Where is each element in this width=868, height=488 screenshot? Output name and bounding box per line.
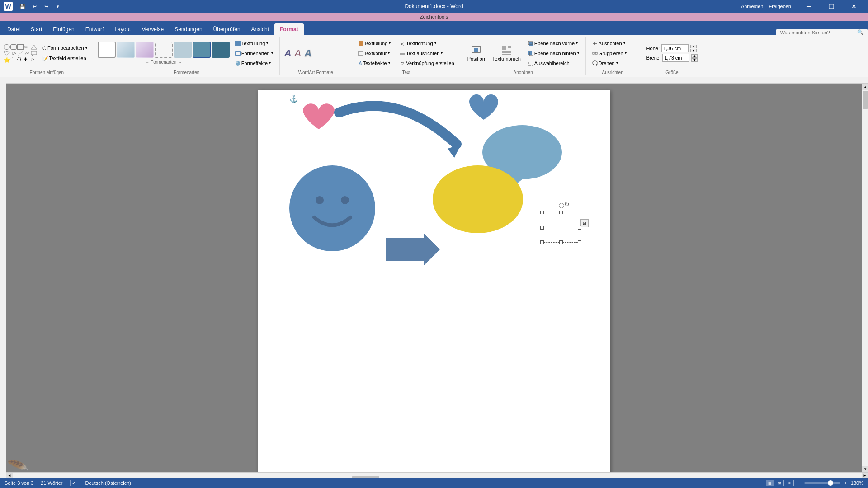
height-up[interactable]: ▲ [690,45,697,48]
wordart-a1[interactable]: A [283,47,292,59]
layout-hint-icon[interactable]: ⊡ [580,219,589,227]
ebene-vorne-btn[interactable]: Ebene nach vorne ▾ [525,39,582,48]
smiley-face[interactable] [287,163,377,255]
undo-quick-btn[interactable]: ↩ [29,1,40,12]
style-box-4[interactable] [155,42,173,58]
close-btn[interactable]: ✕ [844,0,864,13]
textrichtung-btn[interactable]: A Textrichtung ▾ [397,39,457,48]
style-box-5[interactable] [174,42,192,58]
tab-ueberpruefen[interactable]: Überprüfen [208,23,246,35]
form-bearbeiten-btn[interactable]: ⬡ Form bearbeiten ▾ [40,43,90,52]
tab-sendungen[interactable]: Sendungen [169,23,208,35]
zoom-thumb[interactable] [828,480,833,486]
height-down[interactable]: ▼ [690,49,697,52]
tool-star[interactable]: ⭐ [4,57,10,62]
tab-layout[interactable]: Layout [109,23,136,35]
blue-heart[interactable] [468,94,500,124]
textfeld-erstellen-btn[interactable]: 📝 Textfeld erstellen [40,54,90,63]
tool-oval[interactable] [4,44,10,50]
width-down[interactable]: ▼ [691,58,698,62]
scroll-down-btn[interactable]: ▼ [862,466,868,472]
text-ausrichten-btn[interactable]: Text ausrichten ▾ [397,49,457,58]
spellcheck-icon[interactable]: ✓ [70,480,78,486]
zoom-slider[interactable] [804,482,840,484]
tool-arrow[interactable] [10,51,17,56]
customize-quick-btn[interactable]: ▾ [52,1,63,12]
verknuepfung-btn[interactable]: Verknüpfung erstellen [397,59,457,68]
print-view-icon[interactable]: ▦ [766,480,774,486]
style-box-1[interactable] [98,42,116,58]
tab-format[interactable]: Format [274,23,304,35]
tool-square[interactable] [17,44,24,50]
handle-tr[interactable] [578,211,581,214]
sign-in-btn[interactable]: Anmelden [741,4,764,9]
handle-mr[interactable] [578,226,581,230]
style-box-3[interactable] [136,42,154,58]
textkontur-btn[interactable]: Textkontur ▾ [356,49,394,58]
scroll-thumb[interactable] [863,91,868,109]
tab-datei[interactable]: Datei [2,23,25,35]
tab-einfuegen[interactable]: Einfügen [47,23,80,35]
save-quick-btn[interactable]: 💾 [17,1,28,12]
auswahlbereich-btn[interactable]: Auswahlbereich [525,59,582,68]
width-input[interactable] [662,54,689,62]
style-box-7[interactable] [212,42,230,58]
tab-ansicht[interactable]: Ansicht [246,23,274,35]
ebene-hinten-btn[interactable]: Ebene nach hinten ▾ [525,49,582,58]
position-btn[interactable]: Position [465,44,488,63]
handle-br[interactable] [578,240,581,244]
restore-btn[interactable]: ❐ [821,0,842,13]
handle-bm[interactable] [559,240,563,244]
scroll-right-btn[interactable]: ► [862,473,868,479]
tool-bracket[interactable]: { } [17,57,24,62]
tool-freeform[interactable] [24,51,30,56]
zoom-in-btn[interactable]: + [844,480,847,486]
horizontal-scrollbar[interactable]: ◄ ► [6,472,868,479]
web-view-icon[interactable]: ⊞ [776,480,784,486]
scroll-track[interactable] [862,90,868,466]
selected-shape[interactable]: ⊡ [542,212,580,243]
tool-more[interactable]: ⊂ [24,44,30,50]
redo-quick-btn[interactable]: ↪ [41,1,52,12]
width-up[interactable]: ▲ [691,54,698,58]
tool-heart[interactable] [4,51,10,56]
rotate-handle[interactable] [559,203,564,208]
canvas-area[interactable]: ⚓ [6,84,862,472]
height-input[interactable] [661,44,689,52]
tab-start[interactable]: Start [25,23,47,35]
wordart-a3[interactable]: A [303,47,312,59]
tool-arc[interactable]: ⌒ [10,57,17,62]
ausrichten-btn[interactable]: Ausrichten ▾ [590,39,629,48]
selected-shape-container[interactable]: ↻ ⊡ [542,212,580,243]
tool-callout[interactable] [31,51,37,56]
tool-cross[interactable]: ✚ [24,57,30,62]
tool-rect[interactable] [10,44,17,50]
fuellung-btn[interactable]: Textfüllung ▾ [232,39,276,48]
tab-verweise[interactable]: Verweise [136,23,169,35]
handle-bl[interactable] [540,240,544,244]
handle-ml[interactable] [540,226,544,230]
zoom-out-btn[interactable]: ─ [797,480,801,486]
handle-tl[interactable] [540,211,544,214]
style-box-2[interactable] [117,42,135,58]
textfuellung-btn[interactable]: Textfüllung ▾ [356,39,394,48]
arrow-right-shape[interactable] [386,234,440,267]
tab-entwurf[interactable]: Entwurf [80,23,109,35]
read-view-icon[interactable]: ≡ [786,480,794,486]
kontur-btn[interactable]: Formenarten ▾ [232,49,276,58]
tool-diamond[interactable]: ◇ [31,57,37,62]
minimize-btn[interactable]: ─ [798,0,819,13]
gruppieren-btn[interactable]: Gruppieren ▾ [590,49,629,58]
style-box-6[interactable] [193,42,211,58]
tool-line[interactable] [17,51,24,56]
tool-triangle[interactable] [31,44,37,50]
yellow-ellipse[interactable] [432,163,524,237]
textumbruch-btn[interactable]: Textumbruch [490,44,524,63]
texteffekte-btn[interactable]: A Texteffekte ▾ [356,59,394,68]
vertical-scrollbar[interactable]: ▲ ▼ [862,84,868,472]
share-btn[interactable]: Freigeben [769,4,791,9]
search-box[interactable]: Was möchten Sie tun? [780,30,830,35]
wordart-a2[interactable]: A [294,47,302,59]
drehen-btn[interactable]: Drehen ▾ [590,59,629,68]
handle-tm[interactable] [559,211,563,214]
